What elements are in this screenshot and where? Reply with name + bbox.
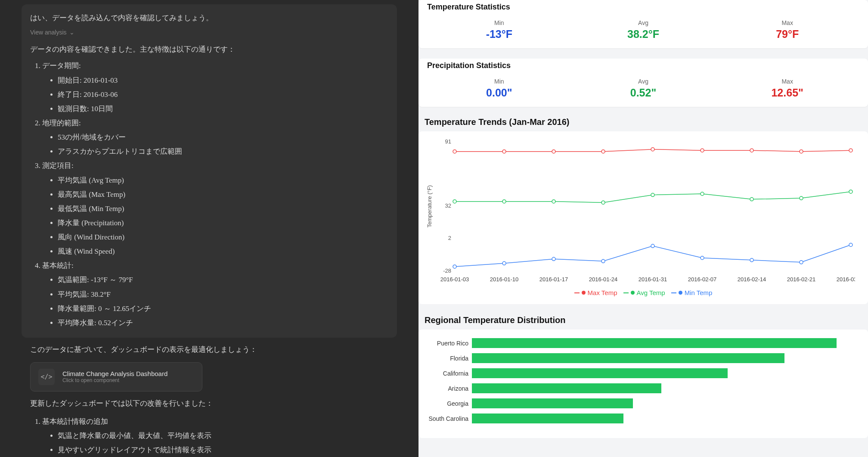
stat-min: Min 0.00" xyxy=(427,78,571,99)
list-item: 平均降水量: 0.52インチ xyxy=(58,316,388,330)
stat-label: Avg xyxy=(571,19,716,26)
svg-text:California: California xyxy=(443,370,468,377)
svg-point-19 xyxy=(701,149,704,152)
svg-point-35 xyxy=(601,259,605,263)
assistant-message: はい、データを読み込んで内容を確認してみましょう。 View analysis … xyxy=(22,4,397,338)
stat-value-min: -13°F xyxy=(427,28,571,40)
list-item: 平均気温: 38.2°F xyxy=(58,287,388,302)
svg-text:Georgia: Georgia xyxy=(447,400,468,407)
svg-point-29 xyxy=(750,198,753,201)
view-analysis-toggle[interactable]: View analysis xyxy=(30,29,388,36)
svg-text:2016-01-24: 2016-01-24 xyxy=(589,276,618,283)
optimize-text: このデータに基づいて、ダッシュボードの表示を最適化しましょう： xyxy=(30,344,388,356)
svg-point-39 xyxy=(800,261,803,264)
svg-rect-48 xyxy=(472,383,661,393)
list-item: 見やすいグリッドレイアウトで統計情報を表示 xyxy=(58,443,388,457)
list-item-title: 地理的範囲: xyxy=(42,119,81,127)
component-title: Climate Change Analysis Dashboard xyxy=(62,370,167,377)
svg-point-32 xyxy=(453,265,456,268)
stat-value-avg: 38.2°F xyxy=(571,28,716,40)
list-item: 最低気温 (Min Temp) xyxy=(58,202,388,216)
svg-point-37 xyxy=(701,256,704,260)
svg-point-28 xyxy=(701,192,704,196)
regional-chart: Puerto RicoFloridaCaliforniaArizonaGeorg… xyxy=(418,330,868,438)
list-item: 気温範囲: -13°F ～ 79°F xyxy=(58,273,388,287)
legend-label: Max Temp xyxy=(588,289,617,296)
updates-list: 基本統計情報の追加 気温と降水量の最小値、最大値、平均値を表示 見やすいグリッド… xyxy=(30,414,388,457)
view-analysis-label: View analysis xyxy=(30,29,67,36)
trends-chart: -2823291Temperature (°F)2016-01-032016-0… xyxy=(418,131,868,304)
svg-point-26 xyxy=(601,201,605,204)
list-item: 風速 (Wind Speed) xyxy=(58,244,388,258)
svg-rect-42 xyxy=(472,338,837,348)
chat-panel: はい、データを読み込んで内容を確認してみましょう。 View analysis … xyxy=(0,0,418,457)
svg-point-31 xyxy=(849,190,852,193)
svg-point-18 xyxy=(651,148,654,151)
legend-avg: Avg Temp xyxy=(623,289,665,296)
svg-text:2016-02-07: 2016-02-07 xyxy=(688,276,717,283)
sub-list: 気温と降水量の最小値、最大値、平均値を表示 見やすいグリッドレイアウトで統計情報… xyxy=(42,429,388,457)
dashboard-panel: Temperature Statistics Min -13°F Avg 38.… xyxy=(418,0,868,457)
svg-point-25 xyxy=(552,200,555,203)
list-item-title: 測定項目: xyxy=(42,162,74,170)
svg-rect-44 xyxy=(472,353,784,363)
list-item: 降水量 (Precipitation) xyxy=(58,216,388,230)
list-item: アラスカからプエルトリコまで広範囲 xyxy=(58,144,388,159)
svg-text:-28: -28 xyxy=(443,267,451,274)
list-item: 53の州/地域をカバー xyxy=(58,130,388,144)
list-item: 測定項目: 平均気温 (Avg Temp) 最高気温 (Max Temp) 最低… xyxy=(42,159,388,258)
svg-text:2016-01-17: 2016-01-17 xyxy=(539,276,568,283)
list-item: データ期間: 開始日: 2016-01-03 終了日: 2016-03-06 観… xyxy=(42,59,388,116)
svg-rect-46 xyxy=(472,368,728,378)
list-item: 地理的範囲: 53の州/地域をカバー アラスカからプエルトリコまで広範囲 xyxy=(42,116,388,159)
stat-min: Min -13°F xyxy=(427,19,571,40)
list-item: 気温と降水量の最小値、最大値、平均値を表示 xyxy=(58,429,388,443)
chevron-down-icon xyxy=(69,29,74,36)
svg-text:32: 32 xyxy=(445,202,451,209)
stat-value-max: 12.65" xyxy=(715,87,859,99)
svg-point-15 xyxy=(502,150,506,153)
legend-label: Avg Temp xyxy=(637,289,665,296)
stat-value-min: 0.00" xyxy=(427,87,571,99)
svg-text:2016-01-10: 2016-01-10 xyxy=(490,276,519,283)
svg-text:Puerto Rico: Puerto Rico xyxy=(437,340,468,347)
svg-point-30 xyxy=(800,196,803,200)
svg-point-17 xyxy=(601,150,605,153)
svg-text:Arizona: Arizona xyxy=(448,385,469,392)
svg-text:2016-01-31: 2016-01-31 xyxy=(639,276,667,283)
stat-max: Max 79°F xyxy=(715,19,859,40)
svg-point-16 xyxy=(552,150,555,153)
temperature-stats-title: Temperature Statistics xyxy=(418,0,868,17)
svg-point-40 xyxy=(849,243,852,246)
svg-point-27 xyxy=(651,193,654,197)
svg-text:91: 91 xyxy=(445,138,451,145)
svg-point-22 xyxy=(849,149,852,152)
list-item: 平均気温 (Avg Temp) xyxy=(58,173,388,187)
sub-list: 気温範囲: -13°F ～ 79°F 平均気温: 38.2°F 降水量範囲: 0… xyxy=(42,273,388,330)
svg-text:2016-03-06: 2016-03-06 xyxy=(837,276,855,283)
updates-intro: 更新したダッシュボードでは以下の改善を行いました： xyxy=(30,398,388,410)
chat-intro-text: はい、データを読み込んで内容を確認してみましょう。 xyxy=(30,12,388,24)
legend-min: Min Temp xyxy=(671,289,713,296)
component-link-card[interactable]: </> Climate Change Analysis Dashboard Cl… xyxy=(30,362,202,392)
sub-list: 開始日: 2016-01-03 終了日: 2016-03-06 観測日数: 10… xyxy=(42,73,388,116)
stat-value-avg: 0.52" xyxy=(571,87,716,99)
sub-list: 平均気温 (Avg Temp) 最高気温 (Max Temp) 最低気温 (Mi… xyxy=(42,173,388,259)
svg-point-20 xyxy=(750,149,753,152)
svg-text:South Carolina: South Carolina xyxy=(428,415,468,422)
code-icon: </> xyxy=(38,369,55,385)
feature-list: データ期間: 開始日: 2016-01-03 終了日: 2016-03-06 観… xyxy=(30,59,388,330)
stats-row: Min -13°F Avg 38.2°F Max 79°F xyxy=(418,17,868,48)
svg-rect-52 xyxy=(472,413,623,423)
svg-text:Florida: Florida xyxy=(450,355,468,362)
line-chart-svg: -2823291Temperature (°F)2016-01-032016-0… xyxy=(425,137,855,284)
chart-legend: Max Temp Avg Temp Min Temp xyxy=(425,289,862,296)
list-item: 風向 (Wind Direction) xyxy=(58,230,388,244)
svg-text:Temperature (°F): Temperature (°F) xyxy=(426,185,433,227)
svg-text:2016-02-14: 2016-02-14 xyxy=(738,276,766,283)
stat-value-max: 79°F xyxy=(715,28,859,40)
stat-label: Min xyxy=(427,19,571,26)
svg-point-38 xyxy=(750,258,753,262)
list-item: 観測日数: 10日間 xyxy=(58,102,388,116)
stat-max: Max 12.65" xyxy=(715,78,859,99)
